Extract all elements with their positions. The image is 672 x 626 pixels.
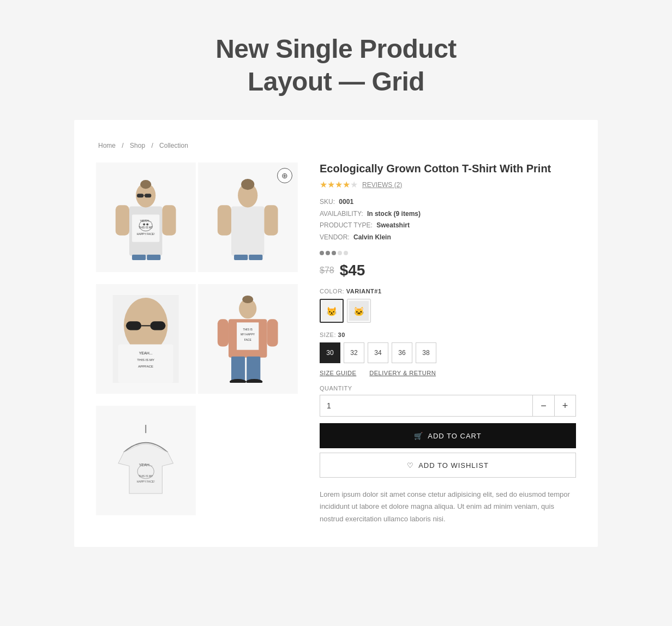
rating-dot-4 [338, 251, 342, 255]
product-image-3[interactable]: YEAH... THIS IS MY APPFACE [96, 284, 196, 394]
new-price: $45 [340, 262, 365, 279]
svg-text:YEAH...: YEAH... [139, 462, 153, 466]
svg-text:HAPPY FACE!: HAPPY FACE! [137, 480, 155, 483]
color-swatch-2[interactable]: 🐱 [347, 299, 371, 323]
svg-text:THIS IS MY: THIS IS MY [139, 474, 153, 478]
svg-point-10 [143, 224, 145, 226]
availability-row: AVAILABILITY: In stock (9 items) [320, 208, 576, 220]
page-header: New Single Product Layout — Grid [0, 0, 672, 120]
add-to-wishlist-button[interactable]: ♡ ADD TO WISHLIST [320, 453, 576, 478]
breadcrumb: Home / Shop / Collection [96, 142, 576, 149]
rating-dot-3 [332, 251, 336, 255]
reviews-link[interactable]: REVIEWS (2) [362, 181, 402, 189]
old-price: $78 [320, 266, 334, 275]
svg-rect-17 [231, 207, 264, 256]
svg-rect-16 [147, 255, 161, 260]
svg-rect-26 [126, 321, 141, 330]
quantity-row: − + [320, 395, 576, 417]
price-row: $78 $45 [320, 262, 576, 279]
svg-text:YEAH...: YEAH... [140, 219, 152, 222]
product-image-1[interactable]: YEAH... THIS IS MY HAPPY FACE! [96, 162, 196, 272]
product-images: YEAH... THIS IS MY HAPPY FACE! [96, 162, 298, 525]
add-to-cart-button[interactable]: 🛒 ADD TO CART [320, 423, 576, 448]
quantity-decrease-button[interactable]: − [532, 395, 554, 417]
rating-dot-2 [326, 251, 330, 255]
size-btn-38[interactable]: 38 [416, 342, 436, 363]
vendor-row: VENDOR: Calvin Klein [320, 232, 576, 244]
svg-point-2 [140, 180, 151, 189]
svg-rect-42 [231, 357, 245, 383]
svg-text:HAPPY FACE!: HAPPY FACE! [137, 232, 155, 236]
svg-rect-12 [137, 194, 143, 197]
sku-row: SKU: 0001 [320, 196, 576, 208]
svg-rect-3 [116, 205, 129, 235]
size-btn-32[interactable]: 32 [344, 342, 364, 363]
svg-text:FACE: FACE [244, 338, 252, 341]
size-btn-34[interactable]: 34 [368, 342, 388, 363]
svg-rect-20 [218, 205, 231, 235]
svg-rect-27 [151, 321, 166, 330]
cart-icon: 🛒 [414, 432, 423, 440]
svg-rect-22 [234, 255, 248, 260]
svg-point-34 [242, 296, 253, 303]
svg-rect-4 [163, 205, 176, 235]
color-label: COLOR: VARIANT#1 [320, 288, 576, 294]
zoom-icon[interactable]: ⊕ [277, 168, 292, 183]
svg-text:YEAH...: YEAH... [139, 351, 153, 355]
product-image-2[interactable]: ⊕ [198, 162, 298, 272]
svg-text:THIS IS MY: THIS IS MY [139, 226, 153, 229]
rating-dot-5 [344, 251, 348, 255]
quantity-increase-button[interactable]: + [554, 395, 576, 417]
svg-rect-21 [265, 205, 278, 235]
page-title: New Single Product Layout — Grid [11, 33, 661, 98]
heart-icon: ♡ [407, 461, 414, 469]
svg-rect-15 [132, 255, 146, 260]
rating-dot-1 [320, 251, 324, 255]
product-type-row: PRODUCT TYPE: Sweatshirt [320, 220, 576, 232]
product-image-5[interactable]: YEAH... THIS IS MY HAPPY FACE! [96, 406, 196, 515]
product-layout: YEAH... THIS IS MY HAPPY FACE! [96, 162, 576, 525]
svg-text:😾: 😾 [326, 306, 338, 318]
quantity-input[interactable] [320, 395, 532, 417]
svg-rect-13 [145, 194, 151, 197]
rating-row: ★★★★★ REVIEWS (2) [320, 179, 576, 190]
size-swatches: 30 32 34 36 38 [320, 342, 576, 363]
svg-rect-23 [249, 255, 263, 260]
svg-text:APPFACE: APPFACE [139, 365, 154, 368]
svg-text:🐱: 🐱 [353, 306, 365, 318]
svg-text:MY HAPPY: MY HAPPY [241, 333, 255, 336]
product-card: Home / Shop / Collection [74, 120, 598, 547]
quantity-section: QUANTITY − + [320, 385, 576, 417]
product-title: Ecologically Grown Cotton T-Shirt With P… [320, 162, 576, 175]
delivery-return-link[interactable]: DELIVERY & RETURN [369, 370, 436, 376]
quantity-label: QUANTITY [320, 385, 576, 392]
size-label: SIZE: 30 [320, 332, 576, 338]
svg-text:THIS IS: THIS IS [243, 328, 253, 331]
rating-dots [320, 251, 576, 255]
guide-links: SIZE GUIDE DELIVERY & RETURN [320, 370, 576, 376]
svg-text:THIS IS MY: THIS IS MY [137, 358, 155, 362]
color-swatch-1[interactable]: 😾 [320, 299, 344, 323]
product-description: Lorem ipsum dolor sit amet conse ctetur … [320, 489, 576, 525]
size-btn-30[interactable]: 30 [320, 342, 340, 363]
product-image-4[interactable]: THIS IS MY HAPPY FACE [198, 284, 298, 394]
svg-rect-40 [218, 319, 229, 346]
product-info: Ecologically Grown Cotton T-Shirt With P… [320, 162, 576, 525]
svg-rect-29 [118, 345, 173, 383]
product-meta: SKU: 0001 AVAILABILITY: In stock (9 item… [320, 196, 576, 243]
svg-point-11 [146, 224, 148, 226]
star-rating: ★★★★★ [320, 179, 358, 190]
size-btn-36[interactable]: 36 [392, 342, 412, 363]
svg-rect-41 [267, 319, 278, 346]
svg-rect-43 [247, 357, 260, 383]
svg-point-19 [241, 179, 254, 190]
color-swatches: 😾 🐱 [320, 299, 576, 323]
size-guide-link[interactable]: SIZE GUIDE [320, 370, 356, 376]
